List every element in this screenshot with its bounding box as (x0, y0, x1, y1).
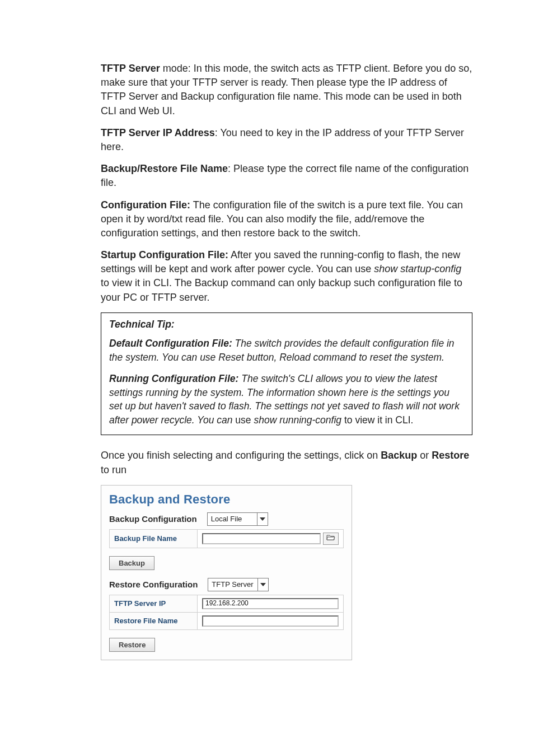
lead-bold: TFTP Server IP Address (101, 127, 215, 138)
tftp-server-ip-input[interactable]: 192.168.2.200 (202, 598, 339, 609)
para-backup-restore-name: Backup/Restore File Name: Please type th… (101, 162, 472, 190)
backup-file-name-label: Backup File Name (110, 529, 198, 548)
para-text: to view it in CLI. The Backup command ca… (101, 277, 462, 302)
backup-fields-table: Backup File Name (109, 529, 344, 548)
lead-bold-italic: Default Configuration File: (109, 338, 232, 349)
restore-file-name-label: Restore File Name (110, 612, 198, 629)
lead-bold: Backup/Restore File Name (101, 163, 228, 174)
tip-running-config: Running Configuration File: The switch's… (109, 372, 464, 427)
restore-button-label: Restore (119, 641, 146, 649)
backup-config-header: Backup Configuration Local File (109, 512, 344, 526)
tip-title: Technical Tip: (109, 318, 464, 332)
outro-pre: Once you finish selecting and configurin… (101, 450, 381, 461)
plain-text: use (235, 414, 254, 426)
backup-mode-select[interactable]: Local File (207, 512, 268, 526)
italic-text: show startup-config (374, 263, 461, 274)
para-config-file: Configuration File: The configuration fi… (101, 198, 472, 241)
backup-restore-panel: Backup and Restore Backup Configuration … (101, 485, 352, 660)
restore-file-name-cell (198, 612, 344, 629)
folder-open-icon (326, 534, 335, 543)
backup-button-label: Backup (119, 559, 145, 567)
para-tftp-server: TFTP Server mode: In this mode, the swit… (101, 62, 472, 118)
table-row: TFTP Server IP 192.168.2.200 (110, 595, 344, 612)
lead-bold: TFTP Server (101, 63, 160, 74)
table-row: Backup File Name (110, 529, 344, 548)
dropdown-arrow-icon (257, 513, 268, 525)
restore-fields-table: TFTP Server IP 192.168.2.200 Restore Fil… (109, 595, 344, 630)
technical-tip-box: Technical Tip: Default Configuration Fil… (101, 312, 472, 436)
plain-text: to view it in CLI. (341, 414, 413, 426)
para-tftp-ip: TFTP Server IP Address: You need to key … (101, 126, 472, 154)
restore-button[interactable]: Restore (109, 638, 155, 652)
table-row: Restore File Name (110, 612, 344, 629)
restore-mode-value: TFTP Server (208, 578, 257, 591)
tip-title-text: Technical Tip: (109, 319, 175, 330)
outro-mid: or (417, 450, 432, 461)
restore-config-header: Restore Configuration TFTP Server (109, 578, 344, 591)
browse-button[interactable] (323, 533, 339, 545)
tftp-server-ip-cell: 192.168.2.200 (198, 595, 344, 612)
backup-config-title: Backup Configuration (109, 514, 197, 524)
backup-mode-value: Local File (208, 513, 257, 525)
lead-bold: Startup Configuration File: (101, 249, 228, 260)
para-startup-config: Startup Configuration File: After you sa… (101, 248, 472, 305)
lead-bold-italic: Running Configuration File: (109, 373, 238, 384)
outro-backup-bold: Backup (381, 450, 417, 461)
outro-restore-bold: Restore (432, 450, 469, 461)
tip-default-config: Default Configuration File: The switch p… (109, 337, 464, 364)
backup-file-name-cell (198, 529, 344, 548)
lead-bold: Configuration File: (101, 199, 190, 211)
backup-button[interactable]: Backup (109, 556, 154, 570)
backup-file-name-input[interactable] (202, 533, 321, 544)
panel-title: Backup and Restore (109, 492, 344, 507)
italic-text: show running-config (254, 414, 341, 426)
svg-marker-0 (260, 517, 265, 521)
restore-file-name-input[interactable] (202, 615, 339, 627)
tftp-server-ip-label: TFTP Server IP (110, 595, 198, 612)
outro-post: to run (101, 464, 127, 475)
svg-marker-1 (260, 583, 266, 586)
restore-mode-select[interactable]: TFTP Server (208, 578, 269, 591)
dropdown-arrow-icon (257, 578, 268, 591)
outro-para: Once you finish selecting and configurin… (101, 449, 472, 477)
restore-config-title: Restore Configuration (109, 580, 198, 589)
